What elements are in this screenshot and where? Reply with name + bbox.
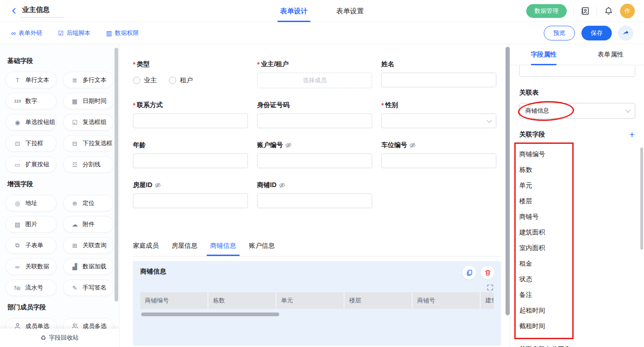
canvas-scrollbar[interactable] (506, 47, 510, 315)
tab-family-members[interactable]: 家庭成员 (133, 242, 159, 256)
palette-item-signature[interactable]: ✎手写签名 (63, 279, 114, 296)
text-input[interactable] (381, 73, 496, 87)
external-link-button[interactable]: ∞ 表单外链 (11, 29, 42, 37)
field-age[interactable]: 年龄 (133, 141, 248, 168)
enhanced-fields-grid: ◎地址 ⊕定位 ▧图片 ☁附件 ⧉子表单 ⊞关联查询 ∞关联数据 ▟数据加载 №… (6, 195, 114, 296)
related-field-item[interactable]: 备注 (519, 287, 572, 303)
radio-option-owner[interactable]: 业主 (133, 76, 157, 85)
field-contact[interactable]: *联系方式 (133, 101, 248, 128)
copy-button[interactable] (462, 266, 476, 279)
delete-button[interactable] (481, 266, 494, 279)
detail-tabs: 家庭成员 房屋信息 商铺信息 账户信息 (133, 242, 501, 256)
text-input[interactable] (133, 114, 248, 128)
field-gender[interactable]: *性别 (381, 101, 496, 128)
radio-option-tenant[interactable]: 租户 (169, 76, 193, 85)
text-input[interactable] (133, 193, 248, 208)
single-line-text-icon: T (13, 77, 22, 84)
palette-item-multi-line-text[interactable]: ≣多行文本 (63, 72, 114, 88)
palette-item-address[interactable]: ◎地址 (6, 195, 57, 211)
field-recycle-bin[interactable]: ♻ 字段回收站 (0, 329, 119, 347)
related-field-item[interactable]: 建筑面积 (519, 225, 572, 240)
palette-item-extend-button[interactable]: ▭扩展按钮 (6, 156, 57, 173)
text-input[interactable] (381, 154, 496, 168)
related-field-item[interactable]: 起租时间 (519, 303, 572, 319)
related-field-item[interactable]: 楼层 (519, 193, 572, 209)
field-type[interactable]: *类型 业主 租户 (133, 60, 248, 88)
notification-bell-icon[interactable] (604, 6, 614, 16)
radio-group-icon: ◉ (13, 119, 22, 126)
section-enhanced-fields: 增强字段 (7, 180, 112, 188)
save-button[interactable]: 保存 (581, 26, 612, 40)
palette-item-divider[interactable]: ☲分割线 (63, 156, 114, 173)
palette-item-data-load[interactable]: ▟数据加载 (63, 258, 114, 275)
form-title[interactable]: 业主信息 (21, 5, 63, 17)
sidebar-scrollbar[interactable] (115, 48, 118, 301)
palette-item-datetime[interactable]: ▦日期时间 (63, 93, 114, 109)
share-button[interactable] (618, 26, 633, 40)
preview-button[interactable]: 预览 (544, 26, 575, 40)
data-manage-button[interactable]: 数据管理 (526, 4, 567, 18)
subform-panel[interactable]: 商铺信息 商铺编号 栋数 单元 楼层 商铺号 建筑面积 (133, 261, 501, 346)
text-input[interactable] (257, 154, 372, 168)
field-label: 性别 (385, 101, 398, 109)
data-permission-button[interactable]: ▥ 数据权限 (106, 29, 139, 37)
tab-form-design[interactable]: 表单设计 (280, 0, 308, 22)
contacts-book-icon[interactable] (580, 6, 590, 16)
palette-item-related-data[interactable]: ∞关联数据 (6, 258, 57, 275)
text-input[interactable] (257, 114, 372, 128)
copy-icon (466, 269, 473, 276)
clipped-input[interactable] (519, 65, 635, 77)
tab-form-properties[interactable]: 表单属性 (577, 44, 644, 65)
tab-form-settings[interactable]: 表单设置 (336, 0, 364, 22)
field-house-id[interactable]: 房屋ID (133, 181, 248, 208)
palette-item-dropdown[interactable]: ⊡下拉框 (6, 135, 57, 152)
tab-shop-info[interactable]: 商铺信息 (210, 242, 236, 256)
field-account-no[interactable]: 账户编号 (257, 141, 372, 168)
tab-account-info[interactable]: 账户信息 (249, 242, 275, 256)
field-shop-id[interactable]: 商铺ID (257, 181, 372, 208)
palette-item-checkbox-group[interactable]: ☑复选框组 (63, 114, 114, 131)
related-field-item[interactable]: 状态 (519, 272, 572, 287)
back-button[interactable] (8, 6, 19, 17)
palette-item-number[interactable]: 123数字 (6, 93, 57, 109)
text-input[interactable] (257, 193, 372, 208)
palette-item-radio-group[interactable]: ◉单选按钮组 (6, 114, 57, 131)
empty-cell (381, 181, 496, 208)
text-input[interactable] (133, 154, 248, 168)
add-field-button[interactable]: + (629, 131, 635, 139)
hidden-eye-icon (155, 182, 161, 188)
horizontal-scrollbar[interactable] (141, 313, 279, 316)
datetime-icon: ▦ (71, 98, 79, 105)
palette-item-serial-number[interactable]: №流水号 (6, 279, 57, 296)
tab-field-properties[interactable]: 字段属性 (510, 44, 577, 65)
palette-item-multi-dropdown[interactable]: ⊟下拉复选框 (63, 135, 114, 152)
palette-item-related-query[interactable]: ⊞关联查询 (63, 237, 114, 254)
related-field-item[interactable]: 室内面积 (519, 240, 572, 256)
field-parking-no[interactable]: 车位编号 (381, 141, 496, 168)
related-table-select[interactable]: 商铺信息 (519, 103, 635, 119)
backend-script-button[interactable]: ☑ 后端脚本 (58, 29, 91, 37)
palette-item-subform[interactable]: ⧉子表单 (6, 237, 57, 254)
palette-item-image[interactable]: ▧图片 (6, 216, 57, 233)
user-avatar[interactable]: 作 (620, 4, 635, 18)
field-name[interactable]: 姓名 (381, 60, 496, 88)
tab-house-info[interactable]: 房屋信息 (172, 242, 197, 256)
member-picker[interactable]: 选择成员 (257, 73, 372, 88)
related-field-item[interactable]: 截租时间 (519, 319, 572, 334)
red-rectangle-annotation: 商铺编号 栋数 单元 楼层 商铺号 建筑面积 室内面积 租金 状态 备注 起租时… (514, 142, 574, 339)
gender-select[interactable] (381, 114, 496, 128)
related-field-item[interactable]: 单元 (519, 178, 572, 193)
related-field-item[interactable]: 商铺编号 (519, 147, 572, 162)
palette-item-attachment[interactable]: ☁附件 (63, 216, 114, 233)
expand-button[interactable] (487, 284, 494, 291)
link-icon: ∞ (11, 30, 16, 36)
related-field-item[interactable]: 租金 (519, 256, 572, 272)
field-id-number[interactable]: 身份证号码 (257, 101, 372, 128)
palette-item-single-line-text[interactable]: T单行文本 (6, 72, 57, 88)
related-field-item[interactable]: 栋数 (519, 162, 572, 178)
field-label: 房屋ID (133, 181, 152, 189)
panel-scrollbar[interactable] (640, 148, 643, 250)
field-owner-tenant[interactable]: *业主/租户 选择成员 (257, 60, 372, 88)
palette-item-location[interactable]: ⊕定位 (63, 195, 114, 211)
related-field-item[interactable]: 商铺号 (519, 209, 572, 225)
